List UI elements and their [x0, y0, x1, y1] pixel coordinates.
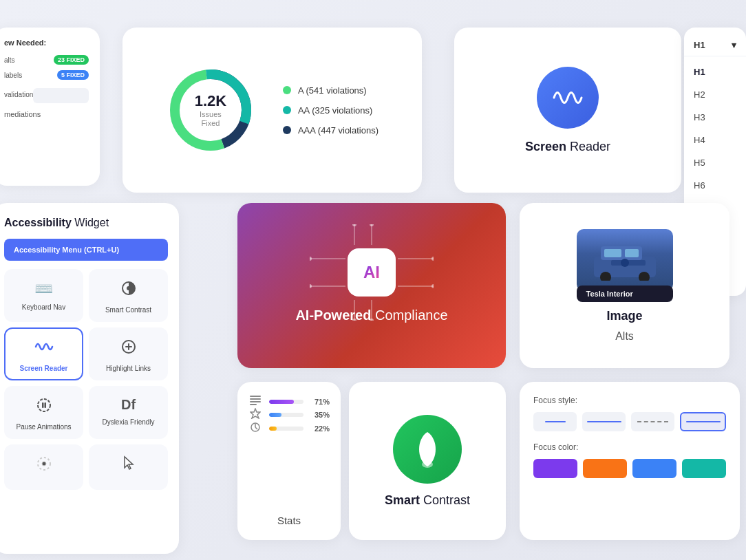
contrast-circle: [393, 415, 462, 484]
short-line: [545, 421, 566, 422]
dropdown-item-h5[interactable]: H5: [684, 151, 746, 174]
widget-btn-highlight-links[interactable]: Highlight Links: [89, 327, 168, 380]
svg-point-22: [370, 224, 374, 226]
svg-rect-33: [625, 249, 639, 257]
svg-point-19: [431, 284, 434, 288]
legend-aa: AA (325 violations): [283, 105, 379, 116]
svg-rect-9: [44, 402, 46, 408]
main-canvas: ew Needed: alts 23 FIXED labels 5 FIXED …: [0, 0, 746, 560]
focus-colors-row: [533, 459, 726, 478]
focus-color-blue[interactable]: [632, 459, 676, 478]
svg-point-44: [422, 461, 433, 468]
svg-point-15: [310, 284, 312, 288]
donut-legend: A (541 violations) AA (325 violations) A…: [283, 85, 379, 136]
highlight-links-icon: [120, 338, 137, 359]
svg-marker-40: [251, 409, 260, 418]
dropdown-trigger[interactable]: H1 ▾: [684, 34, 746, 56]
validation-label: validation: [4, 91, 33, 98]
contrast-normal: Contrast: [420, 493, 470, 507]
image-bold: Image: [606, 309, 642, 323]
smart-contrast-title: Smart Contrast: [385, 493, 470, 508]
dropdown-item-h4[interactable]: H4: [684, 129, 746, 151]
svg-point-5: [127, 286, 131, 290]
svg-point-7: [38, 399, 50, 411]
legend-a-text: A (541 violations): [298, 85, 367, 96]
stat-row-2: 35%: [248, 408, 330, 422]
focus-style-dashed[interactable]: [631, 412, 674, 431]
cursor-icon: [122, 455, 136, 475]
focus-style-long[interactable]: [582, 412, 626, 431]
widget-btn-smart-contrast[interactable]: Smart Contrast: [89, 269, 168, 322]
focus-style-short[interactable]: [533, 412, 577, 431]
svg-rect-38: [250, 401, 261, 402]
stat-icon-3: [248, 422, 262, 435]
image-alts-subtitle: Alts: [615, 330, 634, 343]
dropdown-item-h6[interactable]: H6: [684, 174, 746, 197]
focus-color-purple[interactable]: [533, 459, 577, 478]
screen-reader-title: Screen Reader: [525, 140, 610, 154]
legend-aa-text: AA (325 violations): [298, 105, 372, 116]
widget-btn-cursor2[interactable]: [89, 444, 168, 490]
highlight-links-label: Highlight Links: [106, 365, 151, 372]
alts-badge: 23 FIXED: [54, 55, 89, 65]
widget-btn-keyboard-nav[interactable]: ⌨️ Keyboard Nav: [4, 269, 83, 322]
accessibility-menu-button[interactable]: Accessibility Menu (CTRL+U): [4, 239, 168, 261]
donut-label2: Fixed: [195, 119, 226, 128]
stat-row-1: 71%: [248, 396, 330, 408]
remediation-text: mediations: [4, 110, 89, 118]
stat-pct-3: 22%: [310, 424, 330, 433]
widget-btn-pause-animations[interactable]: Pause Animations: [4, 386, 83, 439]
validation-input[interactable]: [33, 88, 89, 103]
widget-title-normal: Widget: [72, 217, 109, 228]
svg-point-35: [621, 259, 629, 267]
spinner-icon: [36, 455, 52, 476]
widget-btn-dyslexia[interactable]: Df Dyslexia Friendly: [89, 386, 168, 439]
focus-style-active[interactable]: [680, 412, 726, 431]
donut-chart: 1.2K Issues Fixed: [166, 65, 255, 155]
labels-badge: 5 FIXED: [57, 70, 89, 80]
dropdown-item-h3[interactable]: H3: [684, 106, 746, 129]
svg-line-43: [255, 427, 257, 429]
widget-btn-cursor1[interactable]: [4, 444, 83, 490]
donut-center: 1.2K Issues Fixed: [195, 92, 226, 128]
stat-bar-wrap-3: [269, 427, 303, 431]
screen-reader-label: Screen Reader: [19, 365, 67, 372]
svg-rect-36: [250, 396, 261, 397]
stat-icon-1: [248, 396, 262, 408]
svg-point-26: [370, 319, 374, 321]
long-line: [587, 421, 621, 422]
focus-color-label: Focus color:: [533, 442, 726, 452]
widget-btn-screen-reader[interactable]: Screen Reader: [4, 327, 83, 380]
keyboard-nav-label: Keyboard Nav: [22, 303, 65, 311]
card-screen-reader: Screen Reader: [454, 28, 681, 193]
svg-point-14: [310, 257, 312, 261]
ai-chip-text: AI: [363, 263, 380, 282]
sr-title-normal: Reader: [566, 140, 610, 153]
alts-label: alts: [4, 56, 15, 64]
image-alts-title: Image: [606, 309, 642, 323]
image-caption: Tesla Interior: [577, 286, 673, 302]
pause-icon: [36, 397, 52, 418]
focus-color-teal[interactable]: [682, 459, 726, 478]
dropdown-selected: H1: [694, 40, 705, 50]
smart-contrast-label: Smart Contrast: [105, 306, 151, 314]
dot-aaa: [283, 126, 291, 134]
dot-aa: [283, 106, 291, 114]
stat-pct-1: 71%: [310, 398, 330, 406]
card-stats: 71% 35% 22% Stats: [237, 382, 341, 540]
focus-color-orange[interactable]: [583, 459, 627, 478]
stat-bar-wrap-1: [269, 400, 303, 404]
widget-grid: ⌨️ Keyboard Nav Smart Contrast: [4, 269, 168, 490]
card-accessibility-widget: Accessibility Widget Accessibility Menu …: [0, 203, 179, 554]
card-image-alts: Tesla Interior Image Alts: [520, 203, 729, 368]
svg-rect-8: [42, 402, 44, 408]
svg-point-18: [431, 257, 434, 261]
dyslexia-icon: Df: [121, 397, 136, 413]
dropdown-item-h2[interactable]: H2: [684, 83, 746, 106]
stat-row-3: 22%: [248, 422, 330, 435]
donut-number: 1.2K: [195, 92, 226, 110]
stat-bar-2: [269, 413, 281, 417]
dropdown-item-h1[interactable]: H1: [684, 61, 746, 83]
stat-pct-2: 35%: [310, 411, 330, 419]
screen-reader-icon: [537, 67, 599, 129]
